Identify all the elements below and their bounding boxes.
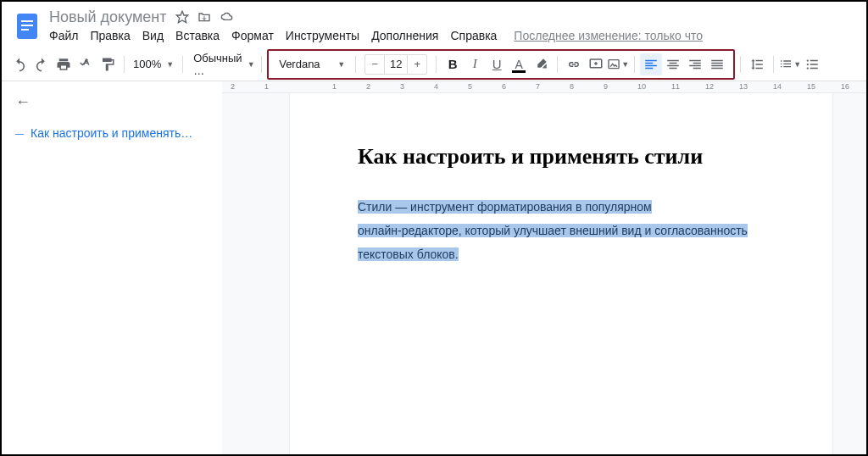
zoom-value: 100%	[133, 58, 161, 70]
highlighted-toolbar-section: Verdana ▼ − 12 + B I U A ▼	[267, 49, 735, 80]
paint-format-button[interactable]	[97, 53, 119, 75]
document-outline: ← Как настроить и применять…	[2, 81, 222, 456]
menu-file[interactable]: Файл	[49, 29, 78, 42]
last-edit-link[interactable]: Последнее изменение: только что	[514, 29, 703, 42]
redo-button[interactable]	[31, 53, 53, 75]
font-dropdown[interactable]: Verdana ▼	[274, 58, 350, 70]
separator	[182, 56, 183, 73]
italic-button[interactable]: I	[464, 53, 486, 75]
docs-logo[interactable]	[12, 10, 42, 41]
ruler-tick: 10	[637, 82, 646, 91]
svg-rect-6	[609, 59, 619, 68]
ruler-tick: 9	[604, 82, 608, 91]
menu-format[interactable]: Формат	[231, 29, 274, 42]
ruler-tick: 1	[332, 82, 337, 91]
menu-view[interactable]: Вид	[142, 29, 164, 42]
ruler-tick: 4	[434, 82, 438, 91]
svg-point-8	[807, 63, 809, 64]
chevron-down-icon: ▼	[166, 60, 174, 69]
separator	[355, 56, 356, 73]
separator	[773, 56, 774, 73]
menu-insert[interactable]: Вставка	[175, 29, 220, 42]
line-spacing-button[interactable]	[746, 53, 768, 75]
menu-edit[interactable]: Правка	[90, 29, 130, 42]
separator	[740, 56, 741, 73]
align-center-button[interactable]	[662, 53, 684, 75]
outline-heading-item[interactable]: Как настроить и применять…	[15, 126, 209, 140]
ruler-tick: 2	[366, 82, 370, 91]
move-icon[interactable]	[198, 10, 211, 24]
horizontal-ruler[interactable]: 2 1 1 2 3 4 5 6 7 8 9 10 11 12 13 14 15 …	[222, 81, 866, 93]
spellcheck-button[interactable]	[75, 53, 97, 75]
ruler-tick: 1	[264, 82, 269, 91]
font-size-value[interactable]: 12	[384, 55, 408, 74]
underline-button[interactable]: U	[486, 53, 508, 75]
decrease-font-button[interactable]: −	[365, 55, 384, 74]
text-color-button[interactable]: A	[508, 53, 530, 75]
svg-point-7	[807, 59, 809, 61]
ruler-tick: 14	[773, 82, 782, 91]
ruler-tick: 7	[536, 82, 540, 91]
zoom-dropdown[interactable]: 100% ▼	[130, 58, 177, 70]
separator	[124, 56, 125, 73]
ruler-tick: 5	[468, 82, 472, 91]
paragraph-style-dropdown[interactable]: Обычный … ▼	[188, 52, 256, 77]
svg-marker-4	[176, 11, 187, 22]
toolbar: 100% ▼ Обычный … ▼ Verdana ▼ − 12 + B I …	[2, 47, 866, 81]
undo-button[interactable]	[8, 53, 31, 75]
svg-rect-2	[21, 25, 33, 26]
align-right-button[interactable]	[684, 53, 706, 75]
svg-rect-1	[21, 20, 33, 22]
document-title[interactable]: Новый документ	[49, 8, 167, 26]
print-button[interactable]	[53, 53, 75, 75]
align-justify-button[interactable]	[706, 53, 728, 75]
font-value: Verdana	[279, 58, 320, 70]
title-area: Новый документ Файл Правка Вид Вставка Ф…	[49, 7, 860, 42]
title-row: Новый документ	[49, 7, 860, 27]
menu-tools[interactable]: Инструменты	[286, 29, 359, 42]
style-value: Обычный …	[193, 52, 242, 77]
svg-rect-3	[21, 29, 29, 31]
document-heading[interactable]: Как настроить и применять стили	[358, 144, 790, 170]
separator	[436, 56, 437, 73]
highlight-color-button[interactable]	[530, 53, 552, 75]
increase-font-button[interactable]: +	[408, 55, 426, 74]
ruler-tick: 3	[400, 82, 404, 91]
document-page[interactable]: Как настроить и применять стили Стили — …	[290, 93, 832, 456]
cloud-status-icon[interactable]	[220, 10, 235, 24]
ruler-tick: 16	[841, 82, 849, 91]
ruler-tick: 2	[231, 82, 235, 91]
separator	[261, 56, 262, 73]
selected-text: онлайн-редакторе, который улучшает внешн…	[358, 224, 748, 237]
header: Новый документ Файл Правка Вид Вставка Ф…	[2, 2, 866, 42]
separator	[557, 56, 558, 73]
menu-help[interactable]: Справка	[450, 29, 497, 42]
numbered-list-button[interactable]: ▼	[779, 53, 801, 75]
separator	[634, 56, 635, 73]
insert-comment-button[interactable]	[585, 53, 607, 75]
ruler-tick: 11	[671, 82, 680, 91]
insert-link-button[interactable]	[563, 53, 585, 75]
font-size-group: − 12 +	[364, 54, 427, 75]
document-paragraph[interactable]: Стили — инструмент форматирования в попу…	[358, 195, 790, 266]
chevron-down-icon: ▼	[621, 60, 629, 69]
ruler-tick: 15	[807, 82, 815, 91]
menu-bar: Файл Правка Вид Вставка Формат Инструмен…	[49, 29, 860, 42]
chevron-down-icon: ▼	[248, 60, 255, 69]
ruler-tick: 13	[739, 82, 748, 91]
bulleted-list-button[interactable]	[801, 53, 823, 75]
ruler-tick: 8	[570, 82, 574, 91]
svg-point-9	[807, 67, 809, 69]
star-icon[interactable]	[175, 10, 189, 24]
document-canvas[interactable]: 2 1 1 2 3 4 5 6 7 8 9 10 11 12 13 14 15 …	[222, 81, 866, 456]
insert-image-button[interactable]: ▼	[607, 53, 629, 75]
bold-button[interactable]: B	[442, 53, 464, 75]
chevron-down-icon: ▼	[337, 60, 345, 69]
menu-addons[interactable]: Дополнения	[371, 29, 438, 42]
ruler-tick: 12	[705, 82, 714, 91]
selected-text: Стили — инструмент форматирования в попу…	[358, 200, 652, 214]
outline-back-button[interactable]: ←	[15, 93, 209, 111]
workspace: ← Как настроить и применять… 2 1 1 2 3 4…	[2, 81, 866, 456]
ruler-tick: 6	[502, 82, 506, 91]
align-left-button[interactable]	[640, 53, 662, 75]
